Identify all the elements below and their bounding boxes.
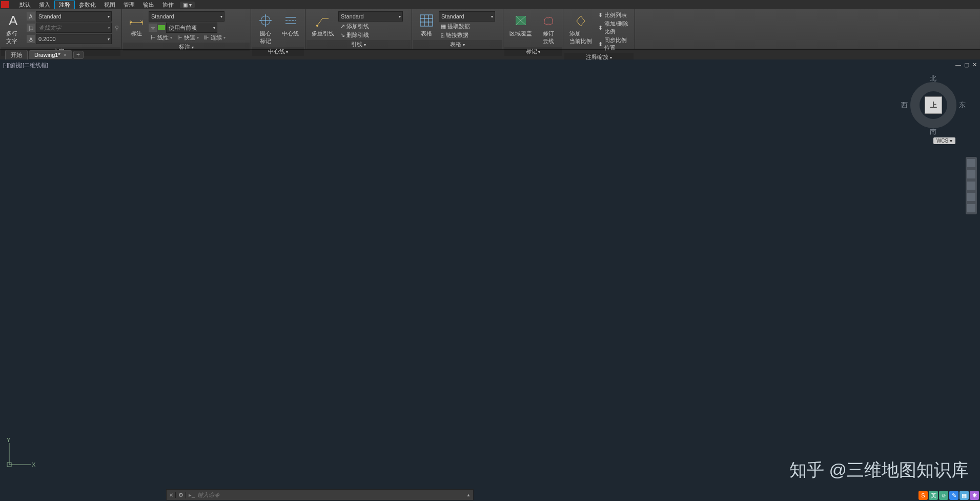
viewcube-top-face[interactable]: 上 xyxy=(925,96,942,114)
bylayer-swatch xyxy=(158,25,165,30)
remove-leader-button[interactable]: ↘删除引线 xyxy=(338,31,373,39)
table-style-dropdown[interactable]: Standard xyxy=(439,11,495,22)
dim-layer-dropdown[interactable]: 使用当前项 xyxy=(166,23,217,33)
panel-title-table[interactable]: 表格 xyxy=(413,40,502,49)
ime-settings-icon[interactable]: ✱ xyxy=(970,491,979,500)
linear-dim-button[interactable]: ⊢线性 xyxy=(149,34,174,42)
panel-markup: 区域覆盖 修订 云线 标记 xyxy=(503,9,563,49)
app-icon[interactable] xyxy=(1,1,9,8)
nav-orbit-icon[interactable] xyxy=(967,193,975,201)
menu-output[interactable]: 输出 xyxy=(139,1,158,9)
revcloud-button[interactable]: 修订 云线 xyxy=(536,11,561,46)
menu-default[interactable]: 默认 xyxy=(15,1,35,9)
viewcube-west[interactable]: 西 xyxy=(901,101,908,110)
mleader-button[interactable]: 多重引线 xyxy=(308,11,338,38)
ime-handwrite-icon[interactable]: ✎ xyxy=(949,491,958,500)
textheight-icon[interactable]: A̲ xyxy=(27,35,35,43)
menu-insert[interactable]: 插入 xyxy=(35,1,54,9)
centerline-button[interactable]: 中心线 xyxy=(278,11,303,38)
continue-dim-button[interactable]: ⊪连续 xyxy=(202,34,228,42)
wcs-badge[interactable]: WCS ▾ xyxy=(933,137,955,144)
panel-title-markup[interactable]: 标记 xyxy=(504,47,562,56)
close-tab-icon[interactable]: × xyxy=(64,52,67,58)
wipeout-button[interactable]: 区域覆盖 xyxy=(505,11,536,38)
drawing-canvas[interactable]: [-][俯视][二维线框] — ▢ ✕ 上 北 南 西 东 WCS ▾ Y X … xyxy=(0,59,980,500)
svg-text:Y: Y xyxy=(7,438,11,443)
viewcube[interactable]: 上 北 南 西 东 xyxy=(905,77,962,133)
textstyle-icon[interactable]: A xyxy=(27,12,35,21)
panel-leader: 多重引线 Standard ↗添加引线 ↘删除引线 引线 xyxy=(305,9,412,49)
new-tab-button[interactable]: + xyxy=(73,51,84,59)
ime-emoji-icon[interactable]: ☺ xyxy=(939,491,948,500)
ime-sogou-icon[interactable]: S xyxy=(918,491,928,500)
ucs-icon: Y X xyxy=(5,438,36,469)
cmd-prompt-icon: ▸_ xyxy=(186,492,197,498)
panel-table: 表格 Standard ▦提取数据 ⎘链接数据 表格 xyxy=(412,9,503,49)
panel-text: A 多行文字 A Standard |□ 查找文字 ⚲ A̲ 0.2000 xyxy=(0,9,122,49)
maximize-icon[interactable]: ▢ xyxy=(964,62,969,68)
viewport-window-controls: — ▢ ✕ xyxy=(955,62,977,68)
ime-keyboard-icon[interactable]: ▦ xyxy=(959,491,969,500)
mtext-button[interactable]: A 多行文字 xyxy=(2,11,27,46)
svg-rect-8 xyxy=(420,15,433,26)
viewcube-east[interactable]: 东 xyxy=(959,101,966,110)
menu-view[interactable]: 视图 xyxy=(100,1,119,9)
link-data-button[interactable]: ⎘链接数据 xyxy=(439,31,472,39)
minimize-icon[interactable]: — xyxy=(955,62,961,68)
cmd-config-icon[interactable]: ⚙ xyxy=(176,492,186,498)
leader-style-dropdown[interactable]: Standard xyxy=(338,11,403,22)
panel-annoscale: 添加 当前比例 ⬍比例列表 ⬍添加/删除比例 ⬍同步比例位置 注释缩放 xyxy=(563,9,635,49)
panel-title-center[interactable]: 中心线 xyxy=(252,47,304,56)
close-icon[interactable]: ✕ xyxy=(972,62,977,68)
nav-wheel-icon[interactable] xyxy=(967,159,975,167)
command-line[interactable]: ✕ ⚙ ▸_ 键入命令 ▲ xyxy=(166,489,474,500)
add-current-scale-button[interactable]: 添加 当前比例 xyxy=(565,11,596,46)
navigation-bar xyxy=(966,157,977,214)
quick-dim-button[interactable]: ⊩快速 xyxy=(175,34,201,42)
menu-collab[interactable]: 协作 xyxy=(158,1,178,9)
ime-bar: S 英 ☺ ✎ ▦ ✱ xyxy=(918,491,979,500)
dimension-button[interactable]: 标注 xyxy=(124,11,149,38)
menu-bar: 默认 插入 注释 参数化 视图 管理 输出 协作 ▣ ▾ xyxy=(0,0,980,9)
find-text-input[interactable]: 查找文字 xyxy=(36,23,112,33)
add-leader-button[interactable]: ↗添加引线 xyxy=(338,23,373,30)
panel-centerline: 圆心 标记 中心线 中心线 xyxy=(251,9,305,49)
drawing-content xyxy=(0,59,154,136)
viewcube-south[interactable]: 南 xyxy=(930,127,936,136)
text-style-dropdown[interactable]: Standard xyxy=(36,11,112,22)
panel-title-dim[interactable]: 标注 xyxy=(123,43,250,51)
table-button[interactable]: 表格 xyxy=(414,11,439,38)
find-icon[interactable]: |□ xyxy=(27,24,35,32)
menu-parametric[interactable]: 参数化 xyxy=(75,1,100,9)
dimlayer-icon[interactable]: ☆ xyxy=(149,24,157,32)
cmd-close-icon[interactable]: ✕ xyxy=(167,492,176,498)
nav-pan-icon[interactable] xyxy=(967,170,975,178)
panel-title-leader[interactable]: 引线 xyxy=(307,40,411,49)
centermark-button[interactable]: 圆心 标记 xyxy=(253,11,278,46)
ribbon: A 多行文字 A Standard |□ 查找文字 ⚲ A̲ 0.2000 xyxy=(0,9,980,49)
nav-zoom-icon[interactable] xyxy=(967,182,975,190)
menu-annotate[interactable]: 注释 xyxy=(54,1,75,9)
cmd-input[interactable]: 键入命令 xyxy=(197,491,464,499)
panel-dimension: 标注 Standard ☆ 使用当前项 ⊢线性 ⊩快速 ⊪连续 标注 xyxy=(122,9,251,49)
featured-apps-button[interactable]: ▣ ▾ xyxy=(180,2,195,8)
cmd-history-icon[interactable]: ▲ xyxy=(464,493,473,497)
dim-style-dropdown[interactable]: Standard xyxy=(149,11,224,22)
scale-list-button[interactable]: ⬍比例列表 xyxy=(596,11,630,19)
ime-lang-icon[interactable]: 英 xyxy=(929,491,938,500)
tab-drawing1[interactable]: Drawing1*× xyxy=(29,50,72,59)
add-remove-scale-button[interactable]: ⬍添加/删除比例 xyxy=(596,20,632,35)
text-height-dropdown[interactable]: 0.2000 xyxy=(36,34,112,44)
tab-start[interactable]: 开始 xyxy=(5,50,28,60)
svg-point-7 xyxy=(316,25,318,27)
nav-showmotion-icon[interactable] xyxy=(967,204,975,212)
svg-text:X: X xyxy=(32,462,36,468)
menu-manage[interactable]: 管理 xyxy=(119,1,139,9)
watermark: 知乎 @三维地图知识库 xyxy=(789,458,969,482)
sync-scale-button[interactable]: ⬍同步比例位置 xyxy=(596,36,632,52)
viewcube-north[interactable]: 北 xyxy=(930,74,936,83)
extract-data-button[interactable]: ▦提取数据 xyxy=(439,23,474,30)
svg-text:A: A xyxy=(9,13,18,28)
search-icon[interactable]: ⚲ xyxy=(113,24,121,32)
